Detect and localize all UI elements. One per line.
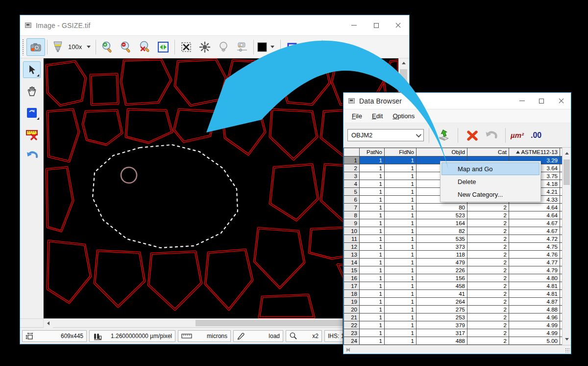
scroll-up-arrow[interactable] — [399, 58, 408, 68]
zoom-out-icon — [120, 41, 132, 53]
data-cell: 2 — [467, 243, 509, 251]
zoom-in-button[interactable] — [98, 38, 117, 56]
data-cell: 1 — [385, 290, 416, 298]
table-row[interactable]: 91116424.67 — [344, 219, 564, 227]
table-row[interactable]: 191126424.87 — [344, 298, 564, 306]
table-row[interactable]: 211125324.96 — [344, 314, 564, 321]
resize-grip[interactable] — [565, 348, 570, 353]
table-row[interactable]: 141147924.77 — [344, 259, 564, 266]
data-cell: 2 — [467, 298, 509, 306]
send-to-image-button[interactable] — [434, 127, 453, 144]
data-browser-title: Data Browser — [359, 97, 402, 105]
toolbar-grip[interactable] — [22, 39, 24, 55]
magnification-dropdown[interactable] — [87, 46, 91, 48]
table-row[interactable]: 81152324.64 — [344, 211, 564, 219]
zoom-out-button[interactable] — [117, 38, 135, 56]
table-row[interactable]: 111153524.72 — [344, 235, 564, 243]
grid-scroll-down[interactable] — [563, 335, 571, 344]
table-row[interactable]: 151122624.79 — [344, 266, 564, 274]
table-row[interactable]: 121137324.75 — [344, 243, 564, 251]
fit-to-window-button[interactable] — [154, 38, 172, 56]
status-calibration-pane: 1.2600000000 µm/pixel — [89, 330, 175, 342]
undo-tool[interactable] — [23, 148, 41, 164]
db-maximize-button[interactable] — [532, 93, 551, 109]
transform-tool[interactable] — [23, 105, 41, 121]
color-swatch-black — [257, 42, 268, 52]
table-row[interactable]: 201127524.88 — [344, 306, 564, 314]
db-undo-button[interactable] — [482, 127, 500, 144]
close-button[interactable] — [387, 15, 409, 35]
unit-label[interactable]: µm² — [511, 131, 524, 139]
data-cell: 1 — [360, 266, 385, 274]
table-row[interactable]: 171145824.81 — [344, 282, 564, 290]
delete-measure-tool[interactable] — [23, 126, 41, 143]
column-header-astme112-13[interactable]: ASTME112-13 — [509, 148, 560, 157]
column-header-patno[interactable]: PatNo — [360, 148, 385, 157]
ring-light-button[interactable] — [196, 38, 214, 56]
data-cell: 2 — [467, 259, 509, 266]
db-close-button[interactable] — [551, 93, 571, 109]
objective-button[interactable] — [49, 38, 66, 56]
table-row[interactable]: 131111824.76 — [344, 251, 564, 259]
row-number-cell: 2 — [344, 164, 360, 172]
table-row[interactable]: 241148825.00 — [344, 337, 564, 345]
zoom-cancel-button[interactable] — [135, 38, 154, 56]
table-row[interactable]: 221137924.99 — [344, 321, 564, 329]
column-header-cat[interactable]: Cat — [467, 148, 509, 157]
column-header-objid[interactable]: ObjId — [416, 148, 467, 157]
maximize-button[interactable] — [365, 15, 387, 35]
table-row[interactable]: 7118024.64 — [344, 204, 564, 211]
delete-overlay-button[interactable] — [177, 38, 196, 56]
menu-file[interactable]: File — [347, 110, 367, 122]
transform-icon — [26, 107, 38, 119]
data-cell: 2 — [467, 274, 509, 282]
lamp-button[interactable] — [214, 38, 233, 56]
data-cell: 275 — [416, 306, 467, 314]
grid-vscroll-thumb[interactable] — [564, 159, 570, 185]
scroll-left-arrow[interactable] — [44, 319, 53, 328]
delete-row-button[interactable] — [463, 127, 482, 144]
data-cell: 226 — [416, 266, 467, 274]
font-style-button[interactable]: a A — [324, 38, 343, 56]
more-tools-chevrons[interactable] — [346, 44, 350, 50]
table-row[interactable]: 10118224.67 — [344, 227, 564, 235]
annotation-rect-blue-button[interactable] — [283, 38, 301, 56]
color-swatch-button[interactable] — [256, 38, 278, 56]
row-number-cell: 22 — [344, 321, 360, 329]
minimize-button[interactable] — [343, 15, 365, 35]
pointer-tool[interactable] — [23, 61, 41, 78]
menu-options[interactable]: Options — [388, 110, 419, 122]
grid-horizontal-scrollbar[interactable] — [343, 345, 571, 354]
context-menu-item-delete[interactable]: Delete — [441, 175, 539, 188]
precision-label[interactable]: .00 — [531, 131, 541, 140]
camera-capture-button[interactable] — [26, 38, 45, 56]
table-row[interactable]: 231131724.99 — [344, 329, 564, 337]
data-browser-titlebar[interactable]: Data Browser — [343, 93, 571, 109]
column-header-fldno[interactable]: FldNo — [385, 148, 416, 157]
dataset-combobox[interactable]: OBJM2 — [347, 129, 424, 141]
data-cell: 1 — [385, 188, 416, 196]
data-cell: 41 — [416, 290, 467, 298]
horizontal-scroll-thumb[interactable] — [196, 320, 357, 326]
table-row[interactable]: 18114124.81 — [344, 290, 564, 298]
annotation-rect-pink-button[interactable] — [301, 38, 320, 56]
context-menu-item-map-and-go[interactable]: Map and Go — [441, 162, 539, 175]
data-cell: 479 — [416, 259, 467, 266]
data-cell: 1 — [385, 211, 416, 219]
grid-vertical-scrollbar[interactable] — [562, 148, 571, 345]
data-cell: 1 — [360, 243, 385, 251]
grid-scroll-up[interactable] — [563, 149, 571, 158]
tool-palette — [20, 58, 44, 318]
table-row[interactable]: 161115624.80 — [344, 274, 564, 282]
data-cell: 1 — [385, 235, 416, 243]
camera-settings-button[interactable] — [233, 38, 251, 56]
data-cell: 1 — [360, 227, 385, 235]
pan-hand-tool[interactable] — [23, 83, 41, 100]
row-number-cell: 24 — [344, 337, 360, 345]
menu-edit[interactable]: Edit — [368, 110, 387, 122]
data-cell: 1 — [385, 266, 416, 274]
grid-scroll-right[interactable] — [343, 345, 351, 354]
image-window-titlebar[interactable]: Image - GSIZE.tif — [20, 15, 409, 36]
db-minimize-button[interactable] — [512, 93, 532, 109]
context-menu-item-new-category[interactable]: New Category... — [441, 188, 539, 201]
